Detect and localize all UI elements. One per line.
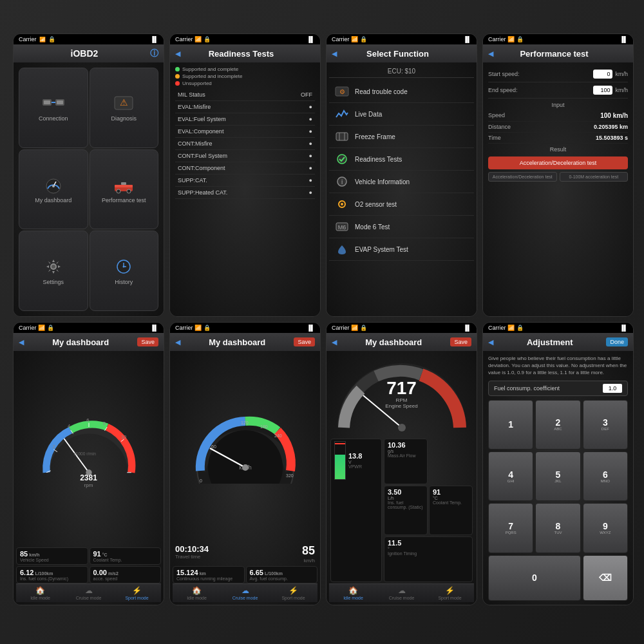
iobd2-settings[interactable]: Settings xyxy=(19,231,88,311)
svg-rect-23 xyxy=(336,133,348,140)
numpad-4[interactable]: 4 GHI xyxy=(488,451,533,501)
tab-sport-1[interactable]: ⚡ Sport mode xyxy=(113,584,161,602)
fn-readiness[interactable]: Readiness Tests xyxy=(329,148,474,171)
accel-100m-sub[interactable]: 0-100M acceleration test xyxy=(560,172,629,182)
perf-distance-row: Distance 0.205395 km xyxy=(488,122,628,133)
svg-text:4: 4 xyxy=(68,423,70,429)
numpad-2[interactable]: 2 ABC xyxy=(535,400,580,450)
tab-idle-3[interactable]: 🏠 Idle mode xyxy=(329,584,377,602)
table-row: CONT:Fuel System ● xyxy=(175,150,315,162)
done-button-adj[interactable]: Done xyxy=(606,337,628,346)
accel-decel-sub[interactable]: Acceleration/Deceleration test xyxy=(488,172,557,182)
save-button-dash3[interactable]: Save xyxy=(450,337,471,346)
diagnosis-label: Diagnosis xyxy=(111,115,137,122)
live-data-icon xyxy=(334,108,350,120)
status-bar-1: Carrier 📶 🔒 ▐▌ xyxy=(14,34,164,44)
tab-idle-1[interactable]: 🏠 Idle mode xyxy=(16,584,64,602)
tab-cruise-1[interactable]: ☁ Cruise mode xyxy=(64,584,113,602)
save-button-dash2[interactable]: Save xyxy=(294,337,315,346)
vpwr-bar-chart xyxy=(334,441,346,480)
iobd2-connection[interactable]: Connection xyxy=(19,68,88,148)
svg-text:120: 120 xyxy=(241,421,249,425)
iobd2-diagnosis[interactable]: ⚠ Diagnosis xyxy=(90,68,159,148)
svg-text:180: 180 xyxy=(260,424,268,429)
numpad-5[interactable]: 5 JKL xyxy=(535,451,580,501)
svg-text:km/h: km/h xyxy=(239,464,252,471)
fn-label-freeze: Freeze Frame xyxy=(355,133,395,140)
history-icon xyxy=(111,257,137,276)
nav-title-iobd2: iOBD2 xyxy=(19,48,150,59)
iobd2-history[interactable]: History xyxy=(90,231,159,311)
fn-freeze-frame[interactable]: Freeze Frame xyxy=(329,126,474,148)
engine-gauge-area: 717 RPM Engine Speed xyxy=(329,354,474,437)
adj-input-field[interactable]: 1.0 xyxy=(603,384,622,393)
fn-mode6[interactable]: M6 Mode 6 Test xyxy=(329,216,474,238)
panels-grid: Carrier 📶 🔒 ▐▌ iOBD2 ⓘ xyxy=(13,33,631,611)
engine-speed-label: Engine Speed xyxy=(385,403,417,409)
travel-time-label: Travel time xyxy=(175,554,209,560)
tab-idle-2[interactable]: 🏠 Idle mode xyxy=(173,584,221,602)
numpad-7[interactable]: 7 PQRS xyxy=(488,503,533,553)
tab-sport-2[interactable]: ⚡ Sport mode xyxy=(269,584,317,602)
engine-speed-value: 717 xyxy=(385,379,417,397)
connection-label: Connection xyxy=(39,115,68,122)
fn-live-data[interactable]: Live Data xyxy=(329,103,474,126)
tab-idle-icon-2: 🏠 xyxy=(192,586,202,595)
accel-val: 0.00 xyxy=(93,569,107,576)
back-button-perf[interactable]: ◀ xyxy=(488,50,493,58)
mileage-val: 15.124 xyxy=(176,569,198,576)
numpad-1[interactable]: 1 xyxy=(488,400,533,450)
dash2-content: 0 60 120 180 240 320 km/h xyxy=(170,351,320,605)
fn-label-evap: EVAP System Test xyxy=(355,246,408,253)
tab-cruise-3[interactable]: ☁ Cruise mode xyxy=(377,584,426,602)
numpad-8[interactable]: 8 TUV xyxy=(535,503,580,553)
coolant-val: 91 xyxy=(93,550,101,558)
back-button-adj[interactable]: ◀ xyxy=(488,338,493,346)
numpad: 1 2 ABC 3 DEF 4 GHI xyxy=(488,400,628,601)
start-speed-unit: km/h xyxy=(615,71,628,77)
table-row: CONT:Misfire ● xyxy=(175,138,315,150)
nav-bar-adjustment: ◀ Adjustment Done xyxy=(483,333,633,351)
fn-read-trouble[interactable]: ⚙ Read trouble code xyxy=(329,80,474,103)
svg-text:⚠: ⚠ xyxy=(120,97,128,108)
back-button-dash1[interactable]: ◀ xyxy=(19,338,24,346)
back-button-readiness[interactable]: ◀ xyxy=(175,50,180,58)
numpad-backspace[interactable]: ⌫ xyxy=(583,555,628,601)
back-button-dash2[interactable]: ◀ xyxy=(175,338,180,346)
adj-input-label: Fuel consump. coefficient xyxy=(494,385,560,392)
iobd2-dashboard[interactable]: My dashboard xyxy=(19,149,88,230)
status-bar-2: Carrier 📶 🔒 ▐▌ xyxy=(170,34,320,44)
table-row: SUPP:CAT. ● xyxy=(175,175,315,187)
iobd2-performance[interactable]: Performance test xyxy=(90,149,159,230)
legend-dot-red xyxy=(175,81,180,86)
info-button-iobd2[interactable]: ⓘ xyxy=(150,48,158,59)
start-speed-field[interactable]: 0 xyxy=(593,70,612,79)
fn-o2-sensor[interactable]: O2 sensor test xyxy=(329,193,474,216)
numpad-6[interactable]: 6 MNO xyxy=(583,451,628,501)
speedometer-svg: 0 60 120 180 240 320 km/h xyxy=(191,413,300,484)
accel-decel-button[interactable]: Acceleration/Deceleration test xyxy=(488,156,628,169)
o2-sensor-icon xyxy=(334,198,350,211)
settings-label: Settings xyxy=(43,279,64,285)
table-row: EVAL:Component ● xyxy=(175,126,315,138)
numpad-9[interactable]: 9 WXYZ xyxy=(583,503,628,553)
tab-cruise-2[interactable]: ☁ Cruise mode xyxy=(221,584,269,602)
numpad-0[interactable]: 0 xyxy=(488,555,581,601)
end-speed-field[interactable]: 100 xyxy=(593,86,612,95)
select-fn-content: ECU: $10 ⚙ Read trouble code xyxy=(327,62,477,316)
tab-cruise-icon-3: ☁ xyxy=(398,586,406,595)
table-row: MIL Status OFF xyxy=(175,89,315,101)
fn-evap[interactable]: EVAP System Test xyxy=(329,238,474,261)
fn-vehicle-info[interactable]: i Vehicle Information xyxy=(329,171,474,193)
tab-sport-3[interactable]: ⚡ Sport mode xyxy=(426,584,474,602)
back-button-dash3[interactable]: ◀ xyxy=(332,338,337,346)
perf-sub-btns: Acceleration/Deceleration test 0-100M ac… xyxy=(488,172,628,182)
nav-bar-dash3: ◀ My dashboard Save xyxy=(327,333,477,351)
dash2-mileage: 15.124km Continuous running mileage xyxy=(173,566,245,583)
svg-point-61 xyxy=(398,424,406,431)
numpad-3[interactable]: 3 DEF xyxy=(583,400,628,450)
ecu-label: ECU: $10 xyxy=(329,65,474,78)
svg-text:240: 240 xyxy=(274,433,282,438)
save-button-dash1[interactable]: Save xyxy=(137,337,158,346)
back-button-select-fn[interactable]: ◀ xyxy=(332,50,337,58)
